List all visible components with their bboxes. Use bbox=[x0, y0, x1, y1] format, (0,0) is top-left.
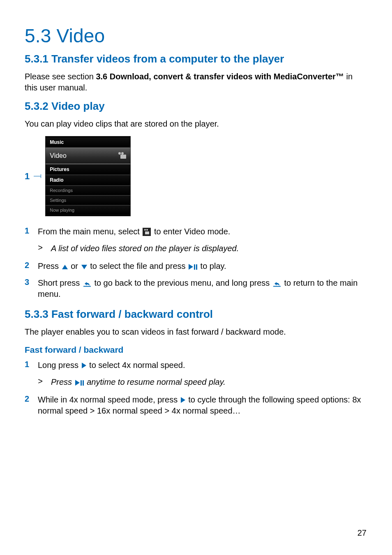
menu-item-recordings: Recordings bbox=[46, 185, 130, 195]
step-3: 3 Short press to go back to the previous… bbox=[25, 278, 367, 300]
menu-item-radio: Radio bbox=[46, 175, 130, 185]
step-text: Short press to go back to the previous m… bbox=[38, 278, 367, 300]
step-1-result: > A list of video files stored on the pl… bbox=[38, 243, 367, 254]
text: to select 4x normal speed. bbox=[87, 361, 185, 370]
back-icon bbox=[273, 280, 281, 287]
text: Please see section bbox=[25, 72, 96, 81]
step-1: 1 From the main menu, select to enter Vi… bbox=[25, 226, 367, 237]
menu-item-label: Video bbox=[50, 152, 67, 160]
step-2: 2 While in 4x normal speed mode, press t… bbox=[25, 394, 367, 416]
step-text: Long press to select 4x normal speed. bbox=[38, 360, 367, 371]
text: Short press bbox=[38, 278, 82, 287]
paragraph-5-3-3-intro: The player enables you to scan videos in… bbox=[25, 326, 367, 338]
heading-5-3-1: 5.3.1 Transfer videos from a computer to… bbox=[25, 53, 367, 65]
text: to go back to the previous menu, and lon… bbox=[92, 278, 272, 287]
subheading-ff-bw: Fast forward / backward bbox=[25, 345, 367, 355]
menu-item-music: Music bbox=[46, 137, 130, 148]
text: Long press bbox=[38, 361, 81, 370]
result-caret: > bbox=[38, 377, 45, 388]
steps-5-3-2: 1 From the main menu, select to enter Vi… bbox=[25, 226, 367, 300]
video-mode-icon bbox=[143, 228, 151, 236]
text: Press bbox=[38, 261, 61, 271]
text: Press bbox=[51, 377, 74, 386]
result-text: Press anytime to resume normal speed pla… bbox=[51, 377, 226, 388]
text: anytime to resume normal speed play. bbox=[85, 377, 226, 386]
menu-item-now-playing: Now playing bbox=[46, 205, 130, 215]
menu-item-settings: Settings bbox=[46, 195, 130, 205]
step-text: While in 4x normal speed mode, press to … bbox=[38, 394, 367, 416]
callout-number: 1 bbox=[25, 171, 30, 182]
device-menu: Music Video Pictures Radio Recordings Se… bbox=[45, 136, 131, 216]
text: or bbox=[69, 261, 81, 271]
manual-page: 5.3 Video 5.3.1 Transfer videos from a c… bbox=[0, 0, 392, 555]
step-text: Press or to select the file and press to… bbox=[38, 261, 367, 272]
steps-5-3-3: 1 Long press to select 4x normal speed. … bbox=[25, 360, 367, 416]
step-1-result: > Press anytime to resume normal speed p… bbox=[38, 377, 367, 388]
heading-5-3-2: 5.3.2 Video play bbox=[25, 100, 367, 113]
result-caret: > bbox=[38, 243, 45, 254]
step-number: 3 bbox=[25, 278, 32, 300]
menu-item-pictures: Pictures bbox=[46, 164, 130, 175]
paragraph-5-3-1: Please see section 3.6 Download, convert… bbox=[25, 71, 367, 93]
video-icon bbox=[118, 153, 126, 159]
play-icon bbox=[82, 363, 86, 368]
page-number: 27 bbox=[357, 528, 367, 538]
step-number: 1 bbox=[25, 360, 32, 371]
result-text: A list of video files stored on the play… bbox=[51, 243, 239, 254]
device-screenshot: 1 Music Video Pictures Radio Recordings … bbox=[25, 136, 367, 216]
play-pause-icon bbox=[75, 380, 84, 386]
play-icon bbox=[181, 397, 185, 403]
paragraph-5-3-2-intro: You can play video clips that are stored… bbox=[25, 118, 367, 130]
step-1: 1 Long press to select 4x normal speed. bbox=[25, 360, 367, 371]
menu-item-video: Video bbox=[46, 148, 130, 164]
text: While in 4x normal speed mode, press bbox=[38, 395, 180, 404]
step-number: 2 bbox=[25, 261, 32, 272]
text: From the main menu, select bbox=[38, 227, 142, 236]
step-text: From the main menu, select to enter Vide… bbox=[38, 226, 367, 237]
heading-5-3-3: 5.3.3 Fast forward / backward control bbox=[25, 308, 367, 321]
text: to select the file and press bbox=[88, 261, 188, 271]
down-icon bbox=[81, 265, 87, 269]
up-icon bbox=[62, 265, 68, 269]
callout-line bbox=[34, 176, 41, 176]
heading-5-3: 5.3 Video bbox=[25, 25, 367, 47]
step-number: 1 bbox=[25, 226, 32, 237]
back-icon bbox=[83, 280, 91, 287]
text: to play. bbox=[198, 261, 226, 271]
step-2: 2 Press or to select the file and press … bbox=[25, 261, 367, 272]
text: to enter Video mode. bbox=[152, 227, 230, 236]
play-pause-icon bbox=[189, 264, 197, 270]
step-number: 2 bbox=[25, 394, 32, 416]
xref-3-6: 3.6 Download, convert & transfer videos … bbox=[96, 72, 344, 81]
